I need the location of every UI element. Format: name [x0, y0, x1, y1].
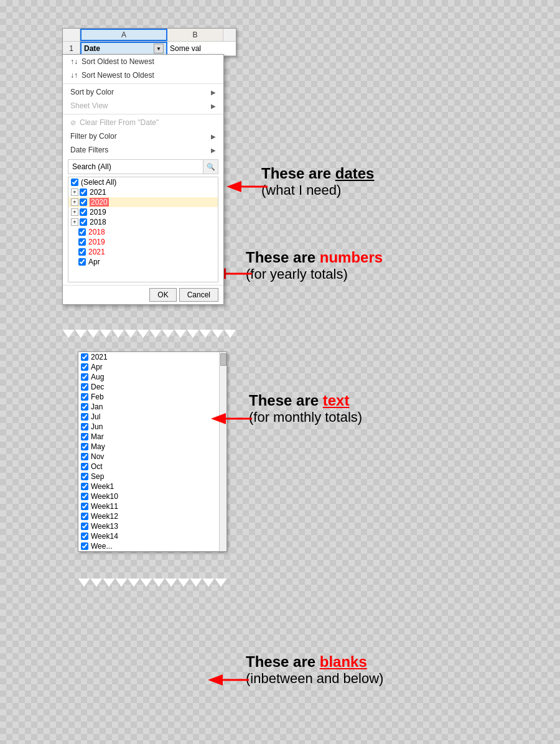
p2-check-jan[interactable]: Jan: [78, 402, 226, 412]
p2-check-mar[interactable]: Mar: [78, 432, 226, 442]
p2-check-week11[interactable]: Week11: [78, 501, 226, 511]
filter-dropdown-menu: ↑↓ Sort Oldest to Newest ↓↑ Sort Newest …: [62, 54, 224, 305]
p2-cb-week13[interactable]: [81, 523, 88, 530]
p2-cb-aug[interactable]: [81, 373, 88, 381]
clear-filter[interactable]: ⊘ Clear Filter From "Date": [63, 116, 223, 129]
date-filters-arrow: ▶: [211, 147, 216, 154]
arrow-4: [205, 667, 255, 692]
p2-cb-nov[interactable]: [81, 453, 88, 460]
check-2020[interactable]: + 2020: [68, 197, 218, 207]
filter-by-color[interactable]: Filter by Color ▶: [63, 129, 223, 143]
checkbox-2019-top[interactable]: [80, 208, 87, 216]
cell-some-val: Some val: [167, 42, 223, 55]
separator-2: [63, 114, 223, 114]
checkbox-select-all[interactable]: [71, 179, 78, 186]
p2-cb-jun[interactable]: [81, 423, 88, 430]
p2-cb-2021[interactable]: [81, 353, 88, 361]
check-2019-sub[interactable]: 2019: [68, 237, 218, 247]
check-2019-top[interactable]: + 2019: [68, 207, 218, 217]
sort-newest-oldest[interactable]: ↓↑ Sort Newest to Oldest: [63, 68, 223, 82]
menu-buttons: OK Cancel: [63, 285, 223, 304]
p2-cb-week1[interactable]: [81, 483, 88, 490]
excel-panel-1: A B 1 Date ▼ Some val: [62, 28, 236, 57]
checkbox-2018-top[interactable]: [80, 218, 87, 226]
checkbox-2021-top[interactable]: [80, 188, 87, 196]
expand-2019[interactable]: +: [71, 208, 78, 216]
search-box: 🔍: [68, 159, 218, 174]
main-container: A B 1 Date ▼ Some val ↑↓ Sort Oldest to …: [0, 0, 560, 744]
clear-filter-icon: ⊘: [70, 119, 76, 127]
check-2021-top[interactable]: + 2021: [68, 187, 218, 197]
excel-panel-2: 2021 Apr Aug Dec Feb Jan: [78, 351, 227, 552]
p2-check-week12[interactable]: Week12: [78, 511, 226, 521]
annotation-dates: These are dates (what I need): [261, 165, 374, 198]
p2-check-feb[interactable]: Feb: [78, 392, 226, 402]
filter-color-arrow: ▶: [211, 133, 216, 140]
panel2-scrollbar-thumb[interactable]: [220, 353, 226, 366]
p2-check-aug[interactable]: Aug: [78, 372, 226, 382]
p2-cb-apr[interactable]: [81, 363, 88, 371]
check-2018-sub[interactable]: 2018: [68, 227, 218, 237]
p2-cb-dec[interactable]: [81, 383, 88, 391]
checkbox-2020[interactable]: [80, 198, 87, 206]
p2-cb-week11[interactable]: [81, 503, 88, 510]
sort-desc-icon: ↓↑: [70, 71, 78, 80]
p2-cb-jan[interactable]: [81, 403, 88, 411]
checkbox-2018-sub[interactable]: [78, 228, 86, 236]
expand-2018[interactable]: +: [71, 218, 78, 226]
check-2018-top[interactable]: + 2018: [68, 217, 218, 227]
p2-check-2021[interactable]: 2021: [78, 352, 226, 362]
p2-cb-feb[interactable]: [81, 393, 88, 401]
p2-cb-wee[interactable]: [81, 542, 88, 550]
p2-cb-oct[interactable]: [81, 463, 88, 470]
p2-check-apr[interactable]: Apr: [78, 362, 226, 372]
filter-dropdown-arrow[interactable]: ▼: [154, 44, 164, 53]
p2-check-week13[interactable]: Week13: [78, 521, 226, 531]
checkbox-apr[interactable]: [78, 258, 86, 266]
sort-by-color[interactable]: Sort by Color ▶: [63, 85, 223, 99]
search-button[interactable]: 🔍: [203, 160, 218, 174]
jagged-edge-1: [62, 330, 236, 341]
p2-cb-week14[interactable]: [81, 532, 88, 540]
p2-cb-week12[interactable]: [81, 513, 88, 520]
p2-cb-may[interactable]: [81, 443, 88, 450]
expand-2021[interactable]: +: [71, 188, 78, 196]
p2-check-jul[interactable]: Jul: [78, 412, 226, 422]
annotation-numbers: These are numbers (for yearly totals): [246, 249, 383, 282]
p2-check-oct[interactable]: Oct: [78, 462, 226, 472]
arrow-3: [208, 406, 258, 431]
check-select-all[interactable]: (Select All): [68, 177, 218, 187]
p2-cb-sep[interactable]: [81, 473, 88, 480]
p2-check-week1[interactable]: Week1: [78, 481, 226, 491]
expand-2020[interactable]: +: [71, 198, 78, 206]
checkbox-2021-sub[interactable]: [78, 248, 86, 256]
col-headers: A B: [63, 29, 236, 42]
ok-button[interactable]: OK: [149, 288, 176, 302]
p2-check-week10[interactable]: Week10: [78, 491, 226, 501]
annotation-text: These are text (for monthly totals): [249, 392, 362, 425]
panel2-scrollbar[interactable]: [219, 352, 226, 551]
p2-check-nov[interactable]: Nov: [78, 452, 226, 462]
checkbox-2019-sub[interactable]: [78, 238, 86, 246]
p2-cb-week10[interactable]: [81, 493, 88, 500]
date-filters[interactable]: Date Filters ▶: [63, 143, 223, 157]
sort-oldest-newest[interactable]: ↑↓ Sort Oldest to Newest: [63, 55, 223, 68]
p2-check-sep[interactable]: Sep: [78, 472, 226, 481]
p2-check-week14[interactable]: Week14: [78, 531, 226, 541]
p2-check-jun[interactable]: Jun: [78, 422, 226, 432]
sheet-view[interactable]: Sheet View ▶: [63, 99, 223, 113]
row-1-num: 1: [63, 42, 80, 55]
check-2021-sub[interactable]: 2021: [68, 247, 218, 257]
p2-cb-mar[interactable]: [81, 433, 88, 440]
row-num-header: [63, 29, 80, 41]
check-apr[interactable]: Apr: [68, 257, 218, 267]
p2-check-dec[interactable]: Dec: [78, 382, 226, 392]
cancel-button[interactable]: Cancel: [179, 288, 218, 302]
p2-cb-jul[interactable]: [81, 413, 88, 421]
p2-check-wee[interactable]: Wee...: [78, 541, 226, 551]
annotation-blanks: These are blanks (inbetween and below): [246, 653, 383, 687]
search-input[interactable]: [68, 160, 203, 173]
p2-check-may[interactable]: May: [78, 442, 226, 452]
jagged-edge-2: [78, 579, 227, 590]
filter-checklist[interactable]: (Select All) + 2021 + 2020 + 2019 + 2018: [68, 177, 218, 282]
